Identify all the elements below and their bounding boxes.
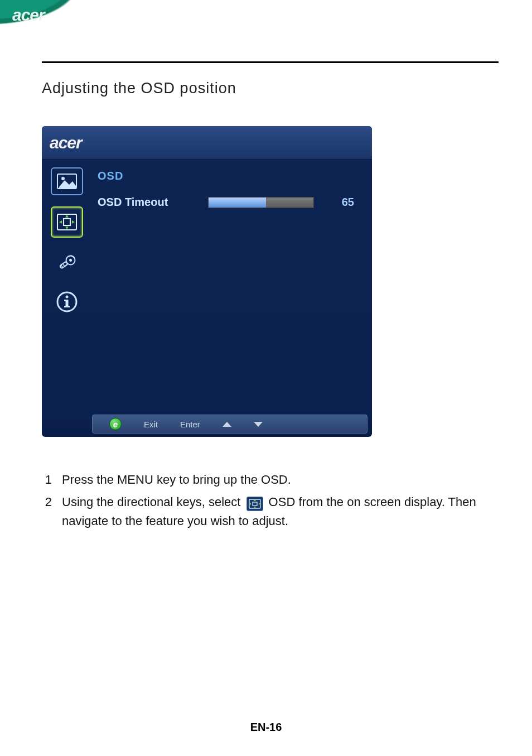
enter-button[interactable]: Enter: [180, 420, 200, 429]
down-arrow-icon[interactable]: [254, 422, 263, 427]
osd-panel-title: OSD: [98, 170, 357, 182]
exit-button[interactable]: Exit: [144, 420, 158, 429]
osd-main-panel: OSD OSD Timeout 65: [92, 160, 372, 415]
info-icon[interactable]: [51, 288, 83, 316]
settings-icon[interactable]: [51, 249, 83, 277]
osd-slider-fill: [209, 198, 266, 208]
osd-sidebar: [42, 160, 92, 415]
osd-timeout-slider[interactable]: [208, 197, 314, 208]
step-text: Using the directional keys, select OSD f…: [62, 493, 499, 531]
osd-footer: e Exit Enter: [92, 415, 367, 434]
step-1: 1 Press the MENU key to bring up the OSD…: [42, 470, 499, 489]
svg-rect-12: [64, 300, 68, 301]
section-title: Adjusting the OSD position: [42, 80, 499, 97]
svg-point-10: [66, 296, 69, 298]
osd-timeout-value: 65: [342, 196, 357, 209]
page-number: EN-16: [0, 721, 532, 734]
step-number: 1: [42, 470, 52, 489]
step-number: 2: [42, 493, 52, 531]
empowering-icon[interactable]: e: [109, 418, 122, 430]
step-text: Press the MENU key to bring up the OSD.: [62, 470, 499, 489]
horizontal-rule: [42, 61, 499, 63]
svg-line-6: [63, 264, 65, 267]
step-text-before: Using the directional keys, select: [62, 495, 244, 509]
acer-logo: acer: [12, 6, 45, 25]
picture-icon[interactable]: [51, 167, 83, 195]
step-2: 2 Using the directional keys, select OSD…: [42, 493, 499, 531]
osd-row-label: OSD Timeout: [98, 196, 198, 209]
svg-point-8: [69, 258, 72, 262]
up-arrow-icon[interactable]: [223, 422, 231, 427]
osd-position-inline-icon: [246, 497, 263, 511]
instruction-list: 1 Press the MENU key to bring up the OSD…: [42, 470, 499, 531]
svg-rect-15: [253, 502, 257, 505]
svg-rect-13: [64, 306, 70, 307]
svg-point-1: [61, 177, 65, 180]
svg-rect-3: [64, 219, 70, 225]
osd-window: acer: [42, 126, 372, 437]
osd-header: acer: [42, 126, 372, 160]
osd-timeout-row: OSD Timeout 65: [98, 196, 357, 209]
osd-position-icon[interactable]: [51, 206, 83, 238]
osd-acer-logo: acer: [50, 133, 82, 152]
